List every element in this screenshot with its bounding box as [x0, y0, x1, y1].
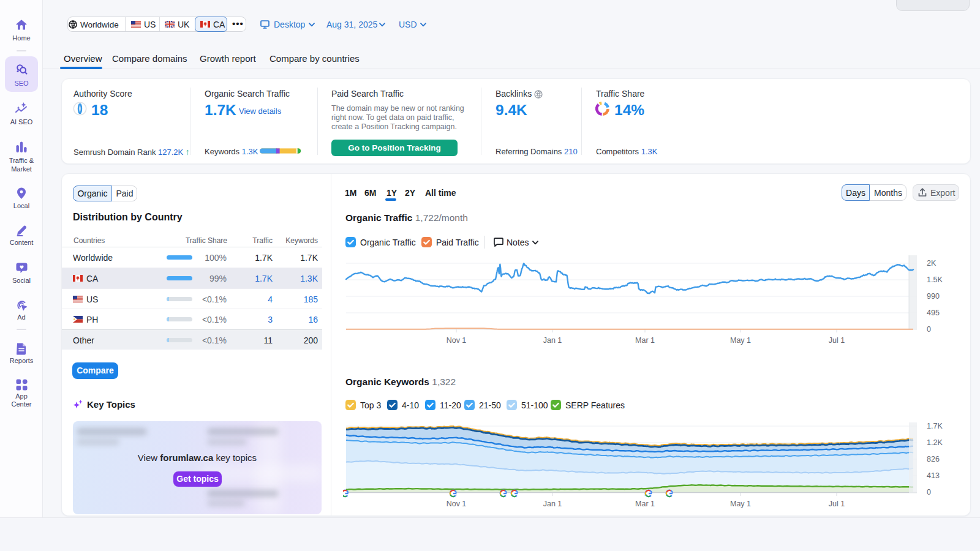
- svg-text:1.2K: 1.2K: [927, 438, 943, 447]
- svg-text:Jan 1: Jan 1: [543, 500, 562, 508]
- svg-text:1.5K: 1.5K: [927, 276, 943, 284]
- svg-text:990: 990: [927, 292, 940, 301]
- svg-text:0: 0: [927, 488, 931, 497]
- svg-text:Jul 1: Jul 1: [829, 336, 845, 345]
- svg-text:Nov 1: Nov 1: [447, 500, 467, 508]
- svg-text:1.7K: 1.7K: [927, 422, 943, 430]
- svg-text:May 1: May 1: [730, 336, 751, 345]
- svg-text:Jul 1: Jul 1: [829, 500, 845, 508]
- svg-text:May 1: May 1: [730, 500, 751, 508]
- svg-text:826: 826: [927, 455, 940, 463]
- svg-text:Nov 1: Nov 1: [447, 336, 467, 345]
- svg-text:495: 495: [927, 309, 940, 317]
- svg-text:Mar 1: Mar 1: [635, 500, 655, 508]
- svg-text:Mar 1: Mar 1: [635, 336, 655, 345]
- svg-text:0: 0: [927, 325, 931, 334]
- svg-text:2K: 2K: [927, 259, 937, 268]
- svg-text:Jan 1: Jan 1: [543, 336, 562, 345]
- svg-text:413: 413: [927, 471, 940, 480]
